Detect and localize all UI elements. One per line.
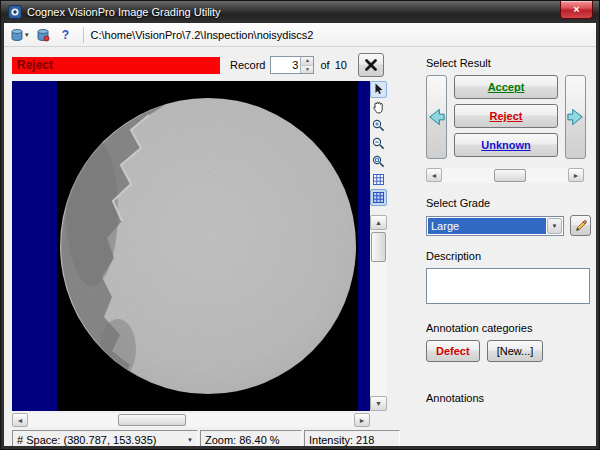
record-slider-thumb[interactable] <box>494 169 526 182</box>
description-label: Description <box>426 250 591 262</box>
vertical-scroll-thumb[interactable] <box>371 232 386 262</box>
app-window: Cognex VisionPro Image Grading Utility ×… <box>0 0 600 450</box>
result-banner: Reject <box>12 57 220 74</box>
dropdown-arrow-icon[interactable]: ▾ <box>25 31 29 39</box>
defect-category-button[interactable]: Defect <box>426 340 480 362</box>
combo-dropdown-button[interactable]: ▼ <box>547 218 562 234</box>
database-path: C:\home\VisionPro\7.2\Inspection\noisydi… <box>91 29 314 41</box>
record-label: Record <box>230 59 265 71</box>
pencil-icon <box>574 219 587 232</box>
vertical-scroll-track[interactable] <box>370 230 387 396</box>
scroll-right-button[interactable]: ► <box>354 413 370 427</box>
total-records-label: 10 <box>335 59 347 71</box>
scroll-left-button[interactable]: ◄ <box>12 413 28 427</box>
zoom-out-tool-button[interactable] <box>370 135 387 152</box>
open-image-database-button[interactable]: ▾ <box>9 25 30 45</box>
pixel-grid-tool-button[interactable] <box>370 189 387 206</box>
result-buttons: Accept Reject Unknown <box>454 75 558 159</box>
record-control-row: Reject Record 3 ▲ ▼ of 10 <box>12 52 404 78</box>
grade-value[interactable]: Large <box>428 218 546 234</box>
arrow-left-icon <box>427 107 446 127</box>
select-grade-label: Select Grade <box>426 197 591 209</box>
of-label: of <box>320 59 329 71</box>
arrow-right-icon <box>566 107 585 127</box>
toolbar-separator <box>83 27 84 43</box>
client-area: ▾ ? C:\home\VisionPro\7.2\Inspection\noi… <box>4 23 596 446</box>
scroll-up-button[interactable]: ▲ <box>370 215 387 230</box>
spin-down-button[interactable]: ▼ <box>301 66 313 74</box>
image-display[interactable] <box>12 81 370 411</box>
zoom-level: Zoom: 86.40 % <box>205 434 280 446</box>
pointer-tool-button[interactable] <box>370 81 387 98</box>
scroll-down-button[interactable]: ▼ <box>370 396 387 411</box>
horizontal-scrollbar[interactable]: ◄ ► <box>12 413 370 427</box>
status-intensity-panel: Intensity: 218 <box>304 430 400 446</box>
slider-right-button[interactable]: ► <box>568 168 584 182</box>
inspection-image <box>12 81 370 411</box>
zoom-in-tool-button[interactable] <box>370 117 387 134</box>
accept-button[interactable]: Accept <box>454 75 558 99</box>
space-coordinates: # Space: (380.787, 153.935) <box>17 434 156 446</box>
vertical-scrollbar[interactable]: ▲ ▼ <box>370 215 387 411</box>
annotations-list[interactable] <box>426 410 591 446</box>
record-spinner-buttons: ▲ ▼ <box>300 57 313 73</box>
viewer-tool-strip: ▲ ▼ <box>370 81 387 411</box>
zoom-out-icon <box>372 137 385 150</box>
viewer-status-bar: # Space: (380.787, 153.935) ▼ Zoom: 86.4… <box>12 430 400 446</box>
scrollbar-corner <box>370 413 387 427</box>
previous-record-button[interactable] <box>426 75 447 159</box>
select-result-label: Select Result <box>426 57 591 69</box>
help-button[interactable]: ? <box>56 25 76 45</box>
unknown-button[interactable]: Unknown <box>454 133 558 157</box>
zoom-fit-icon <box>372 155 385 168</box>
database-icon <box>10 28 24 42</box>
grade-combobox[interactable]: Large ▼ <box>426 216 564 236</box>
app-icon <box>8 5 22 19</box>
titlebar[interactable]: Cognex VisionPro Image Grading Utility × <box>1 1 599 23</box>
zoom-fit-tool-button[interactable] <box>370 153 387 170</box>
toolbar: ▾ ? C:\home\VisionPro\7.2\Inspection\noi… <box>4 23 596 47</box>
horizontal-scroll-track[interactable] <box>28 413 354 427</box>
horizontal-scroll-thumb[interactable] <box>118 414 186 426</box>
pan-tool-button[interactable] <box>370 99 387 116</box>
new-category-button[interactable]: [New...] <box>487 340 544 362</box>
edit-grades-button[interactable] <box>570 215 591 236</box>
spin-up-button[interactable]: ▲ <box>301 57 313 66</box>
help-icon: ? <box>62 28 69 42</box>
x-icon <box>364 58 378 72</box>
save-image-database-button[interactable] <box>33 25 53 45</box>
hand-icon <box>372 101 385 114</box>
record-spinner[interactable]: 3 ▲ ▼ <box>270 56 314 74</box>
grid-tool-button[interactable] <box>370 171 387 188</box>
viewer-column: Reject Record 3 ▲ ▼ of 10 <box>4 47 404 446</box>
slider-left-button[interactable]: ◄ <box>426 168 442 182</box>
annotation-categories-label: Annotation categories <box>426 322 591 334</box>
record-value[interactable]: 3 <box>271 57 300 73</box>
description-input[interactable] <box>426 268 590 304</box>
pixel-grid-icon <box>372 191 385 204</box>
close-button[interactable]: × <box>560 1 593 19</box>
pixel-intensity: Intensity: 218 <box>309 434 374 446</box>
zoom-in-icon <box>372 119 385 132</box>
grading-panel: Select Result Accept Reject Unknown <box>404 47 596 446</box>
space-dropdown-icon[interactable]: ▼ <box>187 437 193 443</box>
window-title: Cognex VisionPro Image Grading Utility <box>27 6 221 18</box>
pointer-icon <box>372 83 385 96</box>
record-slider-track[interactable] <box>442 168 568 183</box>
grid-icon <box>372 173 385 186</box>
status-space-panel[interactable]: # Space: (380.787, 153.935) ▼ <box>12 430 198 446</box>
annotations-label: Annotations <box>426 392 591 404</box>
status-zoom-panel: Zoom: 86.40 % <box>200 430 302 446</box>
reject-button[interactable]: Reject <box>454 104 558 128</box>
delete-record-button[interactable] <box>358 53 384 77</box>
database-save-icon <box>36 28 50 42</box>
next-record-button[interactable] <box>565 75 586 159</box>
record-slider[interactable]: ◄ ► <box>426 168 584 183</box>
